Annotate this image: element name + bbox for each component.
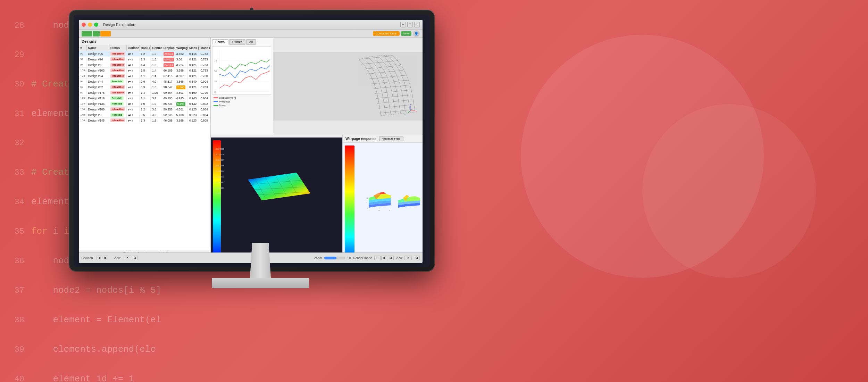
tab-utilities[interactable]: Utilities	[229, 39, 245, 45]
table-row[interactable]: 148 Design #9 Feasible ⇄ ↑ 0.5 3.5 52.33…	[79, 112, 210, 118]
td-name: Design #62	[87, 85, 109, 90]
warpage-label: Warpage response	[345, 137, 376, 141]
surface-svg: 0 0.5 1.0 0 0.5 1.0	[357, 143, 423, 263]
save-button[interactable]: Save	[401, 31, 411, 36]
th-warp: Warpage M...	[175, 45, 188, 51]
window-minimize-btn[interactable]	[88, 23, 92, 27]
td-actions: ⇄ ↑	[127, 85, 140, 90]
table-row[interactable]: T24 Design #24 Infeasible ⇄ ↑ 1.1 1.4 67…	[79, 73, 210, 79]
colored-mesh-view	[223, 138, 342, 263]
sol-btn-2[interactable]: ▶	[103, 256, 108, 260]
svg-text:0.5: 0.5	[378, 210, 380, 211]
table-row[interactable]: 91 Design #96 Infeasible ⇄ ↑ 1.3 1.6 65.…	[79, 57, 210, 62]
td-status: Infeasible	[109, 68, 127, 73]
table-row[interactable]: 94 Design #5 Infeasible ⇄ ↑ 1.4 1.6 64.1…	[79, 62, 210, 68]
td-disp: 52.335	[162, 113, 175, 117]
td-disp: 90.554	[162, 90, 175, 95]
zoom-slider[interactable]	[324, 257, 345, 259]
table-row[interactable]: 94 Design #44 Feasible ⇄ ↑ 0.9 4.0 48.31…	[79, 79, 210, 84]
user-avatar[interactable]: 👤	[413, 30, 420, 37]
td-status: Infeasible	[109, 73, 127, 78]
sparkline-chart: 0 25 50 75	[212, 47, 271, 95]
chart-legend: Displacement Warpage Mass	[212, 95, 272, 108]
top-right-area: Control Utilities All	[211, 38, 423, 135]
th-disp: Displacem...	[162, 45, 175, 51]
table-row[interactable]: 119 Design #119 Feasible ⇄ ↑ 1.1 3.7 49.…	[79, 96, 210, 101]
visualize-field-btn[interactable]: Visualize Field	[379, 136, 403, 141]
td-status: Feasible	[109, 79, 127, 84]
solution-label: Solution	[82, 256, 93, 260]
render-btn[interactable]: ⬚	[374, 256, 381, 260]
view-btn-end[interactable]: ✕	[404, 256, 412, 260]
zoom-label: Zoom	[314, 256, 322, 260]
app-titlebar: Design Exploration ─ □ ✕	[79, 20, 423, 30]
view-btn-2[interactable]: ⊞	[132, 256, 138, 260]
toolbar-seg-green	[82, 31, 92, 36]
bottom-left-header	[211, 135, 342, 138]
render-btn-3[interactable]: ⊞	[388, 256, 394, 260]
colorbar-right: 0.895444 0.779889 0.664335 0.557780 0.43…	[343, 143, 357, 263]
table-row[interactable]: 180 Design #180 Infeasible ⇄ ↑ 1.2 3.5 5…	[79, 107, 210, 112]
td-name: Design #145	[87, 118, 109, 123]
view-btn-1[interactable]: ✕	[124, 256, 131, 260]
td-name: Design #96	[87, 57, 109, 62]
svg-text:1.0: 1.0	[389, 210, 390, 211]
table-row[interactable]: 62 Design #62 Infeasible ⇄ ↑ 0.9 1.0 98.…	[79, 84, 210, 90]
td-centre: 1.8	[151, 118, 162, 123]
td-status: Feasible	[109, 112, 127, 117]
td-warp: 3.00	[175, 57, 188, 62]
render-btn-2[interactable]: ◉	[381, 256, 387, 260]
td-status: Infeasible	[109, 118, 127, 123]
monitor: Design Exploration ─ □ ✕	[69, 10, 451, 323]
tab-all[interactable]: All	[246, 39, 256, 45]
window-ctrl-restore[interactable]: □	[407, 22, 413, 27]
td-warp: 3.688	[175, 118, 188, 123]
td-actions: ⇄ ↑	[127, 51, 140, 56]
3d-mesh-svg: x y z	[273, 38, 423, 135]
tab-control[interactable]: Control	[212, 39, 228, 45]
connect-button[interactable]: Connected Items	[373, 31, 399, 36]
table-row[interactable]: 134 Design #134 Feasible ⇄ ↑ 1.0 1.9 86.…	[79, 101, 210, 107]
monitor-screen: Design Exploration ─ □ ✕	[74, 15, 430, 267]
td-status: Infeasible	[109, 51, 127, 56]
td-actions: ⇄ ↑	[127, 79, 140, 84]
td-mass2: 0.884	[199, 107, 210, 112]
window-close-btn[interactable]	[82, 23, 86, 27]
view-btn-end2[interactable]: ⊞	[414, 256, 420, 260]
window-ctrl-minimize[interactable]: ─	[400, 22, 406, 27]
td-mass2: 0.783	[199, 51, 210, 56]
colored-mesh-svg	[227, 166, 338, 235]
table-row[interactable]: 80 Design #176 Infeasible ⇄ ↑ 1.4 1.00 9…	[79, 90, 210, 96]
table-row[interactable]: 90 Design #95 Infeasible ⇄ ↑ 1.2 1.2 65.…	[79, 51, 210, 57]
td-warp: 5.190	[175, 101, 188, 106]
td-name: Design #103	[87, 68, 109, 73]
render-controls: ⬚ ◉ ⊞	[374, 256, 394, 260]
table-header: # Name Status Actions Back rib th... Cen…	[79, 45, 210, 51]
td-disp: 86.734	[162, 101, 175, 106]
td-warp: 4.915	[175, 96, 188, 101]
td-mass2: 0.783	[199, 68, 210, 73]
td-back: 1.1	[140, 96, 151, 101]
window-maximize-btn[interactable]	[94, 23, 98, 27]
td-back: 1.4	[140, 63, 151, 67]
th-centre: Centre rib t...	[151, 45, 162, 51]
td-mass1: 0.340	[188, 79, 199, 84]
svg-text:25: 25	[214, 80, 217, 83]
window-ctrl-close[interactable]: ✕	[414, 22, 420, 27]
sol-btn-1[interactable]: ◀	[97, 256, 102, 260]
td-status: Infeasible	[109, 107, 127, 112]
view-label: View	[114, 256, 120, 260]
td-name: Design #119	[87, 96, 109, 101]
table-row[interactable]: 164 Design #145 Infeasible ⇄ ↑ 1.3 1.8 4…	[79, 118, 210, 123]
td-actions: ⇄ ↑	[127, 90, 140, 95]
table-row[interactable]: 103 Design #103 Infeasible ⇄ ↑ 1.5 1.4 6…	[79, 68, 210, 73]
td-mass2: 0.884	[199, 113, 210, 117]
td-disp: 50.256	[162, 107, 175, 112]
td-name: Design #176	[87, 90, 109, 95]
td-mass1: 0.223	[188, 118, 199, 123]
td-disp: 49.293	[162, 96, 175, 101]
td-centre: 1.4	[151, 68, 162, 73]
td-mass1: 0.190	[188, 90, 199, 95]
td-num: 180	[79, 107, 87, 111]
toolbar-seg-orange	[100, 31, 111, 36]
